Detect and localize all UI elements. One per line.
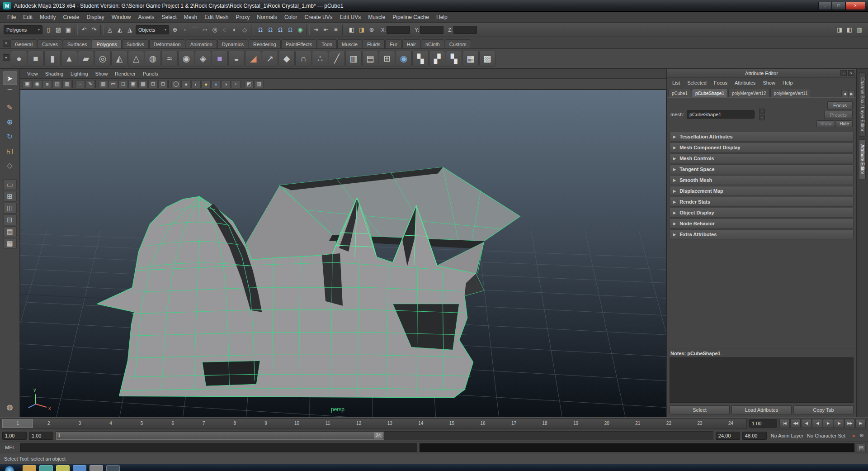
menu-item[interactable]: Edit — [19, 13, 36, 22]
shelf-tab[interactable]: Subdivs — [122, 39, 149, 48]
move-tool-icon[interactable]: ⊕ — [3, 115, 17, 128]
z-coordinate-field[interactable] — [453, 26, 477, 34]
menu-item[interactable]: Color — [281, 13, 301, 22]
selection-mode-dropdown[interactable]: Polygons ▾ — [4, 25, 42, 34]
bevel-icon[interactable]: ◆ — [278, 51, 295, 67]
timeline-frame[interactable]: 12 — [343, 419, 374, 428]
expression-toggle-icon[interactable]: ◦ — [759, 109, 765, 114]
timeline-frame[interactable]: 13 — [374, 419, 406, 428]
select-button[interactable]: Select — [670, 405, 730, 414]
poly-pipe-icon[interactable]: ◍ — [145, 51, 161, 67]
copy-tab-button[interactable]: Copy Tab — [793, 405, 854, 414]
grease-pencil-icon[interactable]: ✎ — [85, 80, 95, 88]
poly-prism-icon[interactable]: ◭ — [111, 51, 127, 67]
shelf-tab[interactable]: Animation — [186, 39, 217, 48]
scale-tool-icon[interactable]: ◱ — [3, 144, 17, 157]
3d-scene[interactable]: persp y x — [20, 90, 666, 417]
mask-joints-icon[interactable]: ◦ — [180, 25, 190, 35]
timeline-frame[interactable]: 8 — [219, 419, 250, 428]
time-slider-track[interactable]: 123456789101112131415161718192021222324 — [2, 419, 747, 428]
rotate-tool-icon[interactable]: ↻ — [3, 129, 17, 143]
snap-to-point-icon[interactable]: Ω — [275, 25, 285, 35]
attribute-section-header[interactable]: ▶ Mesh Controls — [670, 153, 854, 163]
safe-title-icon[interactable]: ⊟ — [158, 80, 168, 88]
shelf-tab[interactable]: Polygons — [92, 39, 121, 48]
poly-helix-icon[interactable]: ≈ — [161, 51, 178, 67]
channel-box-tab[interactable]: Channel Box / Layer Editor — [859, 72, 866, 137]
menu-item[interactable]: Proxy — [232, 13, 254, 22]
timeline-frame[interactable]: 17 — [498, 419, 529, 428]
timeline-frame[interactable]: 5 — [126, 419, 157, 428]
sculpt-geometry-icon[interactable]: ◉ — [396, 51, 412, 67]
poly-torus-icon[interactable]: ◎ — [94, 51, 111, 67]
use-all-lights-icon[interactable]: ● — [201, 80, 211, 88]
poly-plane-icon[interactable]: ▰ — [78, 51, 94, 67]
poly-pyramid-icon[interactable]: △ — [128, 51, 144, 67]
attribute-editor-tab[interactable]: Attribute Editor — [859, 139, 866, 179]
auto-keyframe-icon[interactable]: ● — [849, 432, 858, 440]
extrude-icon[interactable]: ↗ — [262, 51, 278, 67]
layout-two-pane-vertical-icon[interactable]: ◫ — [3, 203, 17, 214]
redo-icon[interactable]: ↷ — [89, 25, 99, 35]
shelf-tab-menu-icon[interactable]: ▼ — [3, 40, 9, 47]
attribute-section-header[interactable]: ▶ Render Stats — [670, 197, 854, 207]
hide-button[interactable]: Hide — [836, 120, 853, 127]
menu-item[interactable]: File — [4, 13, 19, 22]
uv-texture-editor-icon[interactable]: ▦ — [462, 51, 479, 67]
focus-button[interactable]: Focus — [827, 101, 853, 109]
last-tool-icon[interactable]: ◇ — [3, 158, 17, 172]
animation-start-field[interactable]: 1.00 — [2, 432, 27, 440]
taskbar-item[interactable] — [39, 465, 53, 471]
minimize-button[interactable]: – — [818, 2, 832, 10]
add-divisions-icon[interactable]: ⊞ — [379, 51, 395, 67]
menu-item[interactable]: Window — [108, 13, 135, 22]
merge-vertices-icon[interactable]: ∴ — [312, 51, 328, 67]
attribute-section-header[interactable]: ▶ Node Behavior — [670, 219, 854, 228]
shelf-menu-icon[interactable]: ▼ — [3, 54, 9, 61]
step-forward-frame-button[interactable]: |▶ — [834, 419, 844, 428]
shelf-tab[interactable]: Fur — [385, 39, 402, 48]
timeline-frame[interactable]: 16 — [467, 419, 499, 428]
shelf-tab[interactable]: Fluids — [363, 39, 385, 48]
smooth-mesh-icon[interactable]: ◒ — [228, 51, 245, 67]
start-button[interactable] — [5, 466, 14, 471]
ae-menu-item[interactable]: Show — [759, 79, 779, 86]
timeline-frame[interactable]: 11 — [312, 419, 344, 428]
shelf-tab[interactable]: Rendering — [249, 39, 281, 48]
poly-sphere-icon[interactable]: ● — [11, 51, 27, 67]
command-input-field[interactable] — [20, 443, 418, 452]
shelf-tab[interactable]: Deformation — [149, 39, 185, 48]
maximize-button[interactable]: □ — [832, 2, 845, 10]
select-component-mode-icon[interactable]: ◮ — [125, 25, 135, 35]
mask-curves-icon[interactable]: ⌒ — [190, 25, 200, 35]
menu-item[interactable]: Assets — [134, 13, 158, 22]
step-back-key-button[interactable]: ◀◀ — [790, 419, 801, 428]
uv-cylindrical-mapping-icon[interactable]: ▞ — [429, 51, 445, 67]
go-to-end-button[interactable]: ▶| — [855, 419, 866, 428]
taskbar-item[interactable] — [106, 465, 120, 471]
input-connections-icon[interactable]: ⇥ — [311, 25, 321, 35]
shelf-tab[interactable]: Muscle — [337, 39, 362, 48]
menu-item[interactable]: Edit Mesh — [201, 13, 232, 22]
range-end-handle[interactable]: 24 — [374, 433, 382, 438]
split-polygon-icon[interactable]: ╱ — [329, 51, 345, 67]
make-live-icon[interactable]: ◉ — [295, 25, 305, 35]
menu-item[interactable]: Create — [59, 13, 83, 22]
shelf-tab[interactable]: nCloth — [421, 39, 444, 48]
timeline-frame[interactable]: 24 — [715, 419, 746, 428]
snap-together-tool-icon[interactable]: ◍ — [3, 400, 17, 414]
lasso-tool-icon[interactable]: ⌒ — [3, 86, 17, 100]
menu-item[interactable]: Modify — [36, 13, 59, 22]
range-slider-track[interactable]: 1 24 — [56, 431, 713, 440]
mask-rendering-icon[interactable]: ◐ — [230, 25, 240, 35]
play-backwards-button[interactable]: ◀ — [812, 419, 822, 428]
playback-end-field[interactable]: 24.00 — [716, 432, 740, 440]
motion-blur-icon[interactable]: ≈ — [231, 80, 241, 88]
construction-history-icon[interactable]: ≡ — [331, 25, 341, 35]
command-line-language-toggle[interactable]: MEL — [2, 445, 18, 450]
timeline-frame[interactable]: 2 — [33, 419, 65, 428]
animation-preferences-icon[interactable]: ⊛ — [858, 432, 866, 440]
ae-node-tab[interactable]: pCube1 — [668, 89, 691, 97]
attribute-section-header[interactable]: ▶ Tessellation Attributes — [670, 132, 854, 142]
film-gate-icon[interactable]: ▭ — [108, 80, 118, 88]
